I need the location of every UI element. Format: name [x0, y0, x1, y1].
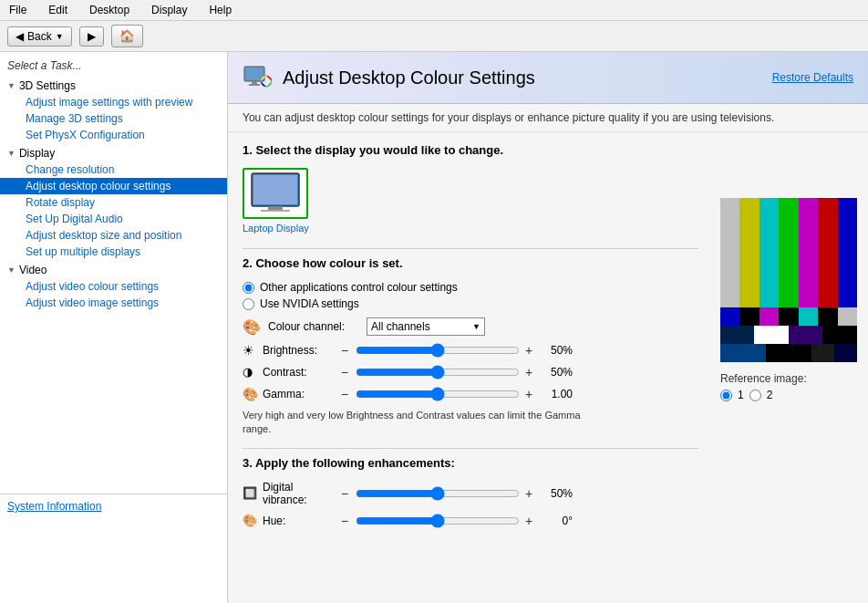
brightness-minus: −	[341, 343, 350, 358]
gamma-slider[interactable]	[356, 387, 520, 401]
hue-slider[interactable]	[356, 514, 520, 528]
reference-image-radio-row: 1 2	[720, 389, 861, 401]
menubar: File Edit Desktop Display Help	[0, 0, 868, 21]
sidebar-item-rotate[interactable]: Rotate display	[0, 194, 227, 211]
colour-channel-row: 🎨 Colour channel: All channels ▼	[243, 317, 698, 336]
menu-desktop[interactable]: Desktop	[84, 2, 135, 18]
sidebar-item-multiple-displays[interactable]: Set up multiple displays	[0, 244, 227, 260]
vibrance-slider[interactable]	[356, 486, 520, 501]
content-body: 1. Select the display you would like to …	[228, 132, 868, 546]
reference-image-section: Reference image: 1 2	[720, 372, 861, 401]
svg-rect-9	[739, 198, 760, 307]
display-selector: Laptop Display	[243, 168, 698, 234]
brightness-value: 50%	[540, 344, 573, 357]
sidebar-group-video-header[interactable]: ▼ Video	[0, 262, 227, 278]
menu-display[interactable]: Display	[146, 2, 192, 18]
sidebar-item-digital-audio[interactable]: Set Up Digital Audio	[0, 211, 227, 227]
menu-edit[interactable]: Edit	[43, 2, 73, 18]
reference-image-radio-1[interactable]	[720, 390, 732, 401]
forward-button[interactable]: ▶	[79, 26, 104, 47]
display-icon	[243, 168, 308, 219]
sidebar-group-display-header[interactable]: ▼ Display	[0, 145, 227, 161]
section3: 3. Apply the following enhancements: 🔲 D…	[243, 456, 698, 528]
contrast-slider[interactable]	[356, 365, 520, 379]
sidebar-group-video: ▼ Video Adjust video colour settings Adj…	[0, 262, 227, 311]
svg-rect-21	[838, 307, 857, 326]
forward-arrow-icon: ▶	[88, 30, 96, 43]
sidebar-item-physx[interactable]: Set PhysX Configuration	[0, 127, 227, 143]
svg-rect-2	[249, 84, 260, 86]
section2: 2. Choose how colour is set. Other appli…	[243, 256, 698, 437]
sidebar-group-3d-label: 3D Settings	[19, 79, 76, 92]
sidebar-item-change-res[interactable]: Change resolution	[0, 161, 227, 178]
content-header: Adjust Desktop Colour Settings Restore D…	[228, 52, 868, 104]
contrast-plus: +	[525, 365, 534, 379]
hue-minus: −	[341, 514, 350, 528]
vibrance-label: Digital vibrance:	[263, 481, 336, 506]
hue-label: Hue:	[263, 515, 336, 527]
digital-vibrance-row: 🔲 Digital vibrance: − + 50%	[243, 481, 698, 506]
svg-rect-26	[720, 344, 766, 362]
home-icon: 🏠	[119, 29, 135, 43]
home-button[interactable]: 🏠	[111, 25, 143, 47]
radio-nvidia[interactable]	[243, 298, 254, 310]
reference-image-label-1[interactable]: 1	[738, 389, 744, 401]
radio-nvidia-label[interactable]: Use NVIDIA settings	[260, 297, 359, 310]
sidebar-item-adjust-image[interactable]: Adjust image settings with preview	[0, 94, 227, 110]
menu-help[interactable]: Help	[203, 2, 237, 18]
warning-text: Very high and very low Brightness and Co…	[243, 409, 589, 437]
colour-channel-select[interactable]: All channels ▼	[367, 317, 485, 336]
svg-rect-1	[252, 81, 257, 84]
divider1	[243, 248, 698, 249]
section1-title: 1. Select the display you would like to …	[243, 143, 698, 157]
svg-rect-8	[720, 198, 739, 307]
gamma-plus: +	[525, 387, 534, 401]
brightness-slider[interactable]	[356, 343, 520, 358]
sidebar-item-video-colour[interactable]: Adjust video colour settings	[0, 278, 227, 295]
sidebar-group-3d-header[interactable]: ▼ 3D Settings	[0, 78, 227, 94]
svg-rect-13	[818, 198, 838, 307]
gamma-slider-track	[356, 387, 520, 401]
svg-rect-5	[253, 175, 297, 204]
vibrance-icon: 🔲	[243, 486, 257, 501]
radio-other-label[interactable]: Other applications control colour settin…	[260, 281, 458, 294]
back-label: Back	[27, 30, 52, 43]
expand-icon: ▼	[7, 81, 16, 90]
content-description: You can adjust desktop colour settings f…	[228, 104, 868, 132]
display-item-laptop[interactable]: Laptop Display	[243, 168, 309, 234]
sidebar-item-manage-3d[interactable]: Manage 3D settings	[0, 110, 227, 127]
brightness-label: Brightness:	[263, 344, 336, 357]
sidebar-item-adjust-colour[interactable]: Adjust desktop colour settings	[0, 178, 227, 194]
back-button[interactable]: ◀ Back ▼	[7, 26, 72, 47]
radio-other-apps[interactable]	[243, 282, 254, 294]
toolbar: ◀ Back ▼ ▶ 🏠	[0, 21, 868, 52]
vibrance-plus: +	[525, 486, 534, 501]
sidebar: Select a Task... ▼ 3D Settings Adjust im…	[0, 52, 228, 603]
reference-image-label-2[interactable]: 2	[767, 389, 773, 401]
svg-rect-12	[799, 198, 818, 307]
hue-value: 0°	[540, 515, 573, 527]
colour-settings-icon	[243, 63, 272, 92]
contrast-icon: ◑	[243, 365, 257, 379]
svg-rect-29	[834, 344, 857, 362]
svg-rect-10	[760, 198, 779, 307]
gamma-label: Gamma:	[263, 388, 336, 400]
svg-rect-17	[760, 307, 779, 326]
sidebar-group-video-label: Video	[19, 264, 46, 276]
colour-wheel-icon: 🎨	[243, 318, 261, 336]
gamma-value: 1.00	[540, 388, 573, 400]
svg-rect-19	[799, 307, 818, 326]
sidebar-item-video-image[interactable]: Adjust video image settings	[0, 295, 227, 311]
sidebar-item-desktop-size[interactable]: Adjust desktop size and position	[0, 227, 227, 244]
menu-file[interactable]: File	[4, 2, 32, 18]
color-bars-container	[720, 198, 861, 365]
content-right: Reference image: 1 2	[713, 132, 868, 546]
system-info-link[interactable]: System Information	[7, 500, 101, 513]
vibrance-slider-track	[356, 486, 520, 501]
brightness-slider-track	[356, 343, 520, 358]
sidebar-group-display: ▼ Display Change resolution Adjust deskt…	[0, 145, 227, 260]
reference-image-radio-2[interactable]	[749, 390, 761, 401]
back-dropdown-icon[interactable]: ▼	[56, 32, 64, 41]
main-layout: Select a Task... ▼ 3D Settings Adjust im…	[0, 52, 868, 603]
restore-defaults-link[interactable]: Restore Defaults	[772, 71, 853, 84]
